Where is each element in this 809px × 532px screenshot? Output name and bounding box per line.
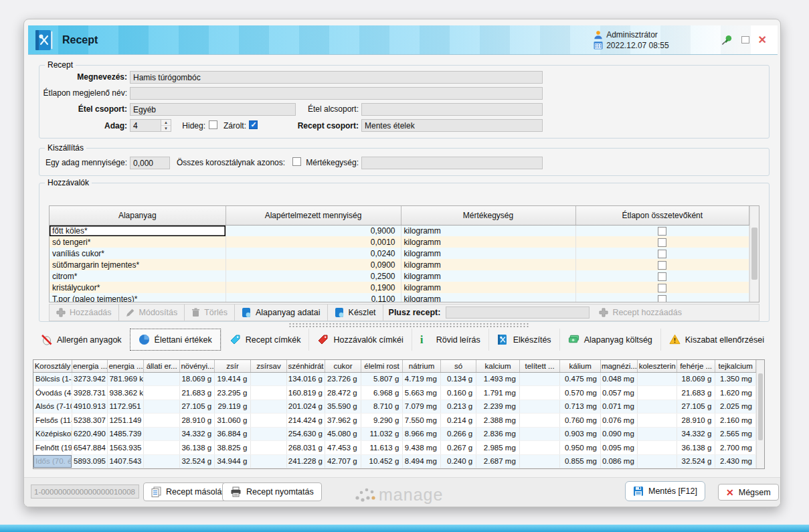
nutrition-cell[interactable]: 0.266 g [440, 427, 476, 441]
nutrition-cell[interactable]: 23.726 g [325, 372, 361, 386]
recept-nyomtatas-button[interactable]: Recept nyomtatás [222, 482, 322, 501]
nutrition-cell[interactable]: 0.903 mg [560, 427, 601, 441]
nutrition-cell[interactable]: 3928.731 k [72, 386, 108, 400]
nutrition-cell[interactable] [251, 454, 286, 468]
ingredient-row[interactable]: vaníliás cukor*0,0240kilogramm [50, 248, 749, 259]
mentes-button[interactable]: Mentés [F12] [625, 481, 705, 501]
column-header[interactable]: zsírsav [251, 360, 286, 372]
ingredient-cell[interactable]: 0,0010 [226, 236, 401, 248]
nutrition-cell[interactable]: 21.683 g [677, 386, 715, 400]
etel-alcsoport-input[interactable] [361, 103, 543, 116]
nutrition-cell[interactable]: 5.807 g [361, 372, 403, 386]
nutrition-cell[interactable]: 32.524 g [180, 454, 214, 468]
nutrition-cell[interactable]: 28.910 g [180, 414, 214, 428]
nutrition-cell[interactable]: 10.452 g [361, 454, 403, 468]
nutrition-cell[interactable]: 241.228 g [286, 454, 325, 468]
mertekegyseg-input[interactable] [361, 157, 543, 169]
ingredient-cell[interactable]: 0,1900 [226, 282, 401, 293]
nutrition-cell[interactable]: 1563.935 k [108, 441, 143, 455]
nutrition-cell[interactable] [638, 386, 677, 400]
nutrition-cell[interactable]: 2.565 mg [715, 427, 756, 441]
etlapon-checkbox[interactable] [658, 227, 666, 236]
ingredient-row[interactable]: só tengeri*0,0010kilogramm [50, 236, 749, 248]
ingredient-row[interactable]: kristálycukor*0,1900kilogramm [50, 282, 749, 293]
nutrition-cell[interactable]: 28.472 g [325, 386, 361, 400]
nutrition-cell[interactable]: 0.267 g [440, 441, 476, 455]
nutrition-cell[interactable]: 254.630 g [286, 427, 325, 441]
nutrition-cell[interactable]: 18.069 g [677, 372, 715, 386]
nutrition-cell[interactable]: 2.239 mg [476, 400, 520, 414]
nutrition-cell[interactable]: 214.424 g [286, 414, 325, 428]
column-header[interactable]: állati er... [143, 360, 179, 372]
column-header[interactable]: Korosztály [33, 360, 72, 372]
tab-elettani-ertekek[interactable]: Élettani értékek [130, 329, 221, 351]
nutrition-cell[interactable]: 6220.490 k [72, 427, 108, 441]
nutrition-cell[interactable] [519, 372, 560, 386]
nutrition-cell[interactable] [143, 400, 179, 414]
nutrition-cell[interactable] [519, 400, 560, 414]
nutrition-cell[interactable]: 19.414 g [214, 372, 250, 386]
nutrition-row[interactable]: Alsós (7-104910.913 k1172.951 k27.105 g2… [33, 400, 756, 414]
column-header[interactable]: fehérje ... [677, 360, 715, 372]
column-header[interactable]: Étlapon összetevőként [575, 206, 749, 225]
nutrition-cell[interactable]: 4910.913 k [72, 400, 108, 414]
ingredient-cell[interactable]: főtt köles* [50, 225, 226, 236]
nutrition-cell[interactable] [251, 400, 286, 414]
column-header[interactable]: magnézi... [600, 360, 637, 372]
nutrition-cell[interactable] [143, 454, 179, 468]
nutrition-cell[interactable]: 6547.884 k [72, 441, 108, 455]
etlapon-nev-input[interactable] [130, 87, 543, 100]
recept-csoport-input[interactable] [361, 119, 543, 132]
column-header[interactable]: zsír [214, 360, 250, 372]
nutrition-cell[interactable]: 21.683 g [180, 386, 214, 400]
nutrition-cell[interactable] [251, 386, 286, 400]
nutrition-cell[interactable]: 0.760 mg [560, 414, 601, 428]
nutrition-cell[interactable]: 29.119 g [214, 400, 250, 414]
nutrition-cell[interactable]: 201.024 g [286, 400, 325, 414]
nutrition-cell[interactable]: 2.388 mg [476, 414, 520, 428]
hideg-checkbox[interactable] [209, 120, 217, 129]
nutrition-cell[interactable]: 34.332 g [677, 427, 715, 441]
etlapon-checkbox[interactable] [658, 250, 666, 258]
tab-hozzavalok-cimkei[interactable]: Hozzávalók címkéi [308, 329, 411, 351]
column-header[interactable]: Alapanyag [50, 206, 226, 225]
nutrition-cell[interactable] [519, 441, 560, 455]
ingredient-cell[interactable]: kilogramm [401, 293, 575, 302]
nutrition-cell[interactable]: 2.687 mg [476, 454, 520, 468]
tab-recept-cimkek[interactable]: Recept címkék [221, 329, 309, 351]
close-button[interactable]: ✕ [758, 35, 767, 46]
column-header[interactable]: energia ... [108, 360, 143, 372]
ingredient-cell[interactable]: só tengeri* [50, 236, 226, 248]
hozzaadas-button[interactable]: Hozzáadás [50, 304, 119, 321]
ingredient-cell[interactable]: kilogramm [401, 282, 575, 293]
nutrition-cell[interactable]: 1251.149 k [108, 414, 143, 428]
column-header[interactable]: Alapértelmezett mennyiség [226, 206, 401, 225]
ingredient-cell[interactable]: kilogramm [401, 248, 575, 259]
nutrition-cell[interactable]: 3273.942 k [72, 372, 108, 386]
nutrition-cell[interactable] [638, 372, 677, 386]
nutrition-cell[interactable]: 1407.543 k [108, 454, 143, 468]
nutrition-cell[interactable]: 45.080 g [325, 427, 361, 441]
etlapon-checkbox[interactable] [658, 261, 666, 270]
ingredient-cell[interactable]: kilogramm [401, 236, 575, 248]
nutrition-cell[interactable]: 7.550 mg [403, 414, 440, 428]
nutrition-cell[interactable]: 0.076 mg [600, 414, 637, 428]
plusz-recept-input[interactable] [446, 306, 590, 319]
etlapon-checkbox[interactable] [658, 284, 666, 292]
nutrition-cell[interactable]: 0.134 g [440, 372, 476, 386]
column-header[interactable]: tejkalcium [715, 360, 756, 372]
recept-hozzaadas-button[interactable]: Recept hozzáadás [592, 304, 689, 321]
column-header[interactable]: telített ... [519, 360, 560, 372]
nutrition-cell[interactable]: 1485.739 k [108, 427, 143, 441]
nutrition-cell[interactable]: 2.985 mg [476, 441, 520, 455]
column-header[interactable]: energia ... [72, 360, 108, 372]
nutrition-cell[interactable]: 36.884 g [214, 427, 250, 441]
nutrition-cell[interactable] [638, 400, 677, 414]
nutrition-cell[interactable]: 18.069 g [180, 372, 214, 386]
nutrition-cell[interactable]: 134.016 g [286, 372, 325, 386]
nutrition-cell[interactable]: 160.819 g [286, 386, 325, 400]
column-header[interactable]: kálium [560, 360, 601, 372]
nutrition-cell[interactable]: 938.362 kc [108, 386, 143, 400]
nutrition-cell[interactable] [519, 427, 560, 441]
torles-button[interactable]: Törlés [185, 304, 235, 321]
